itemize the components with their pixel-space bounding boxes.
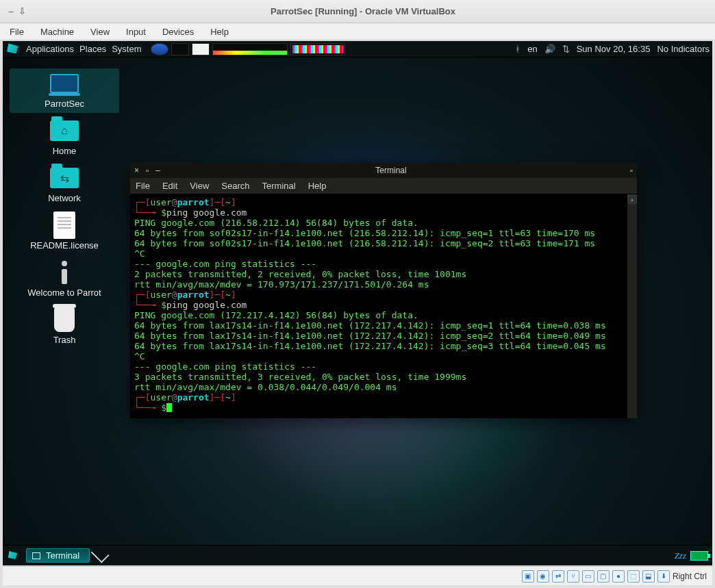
sb-recording-icon[interactable]: ● bbox=[612, 570, 625, 583]
desktop-icon-welcome-to-parrot[interactable]: Welcome to Parrot bbox=[10, 257, 119, 302]
sb-optical-icon[interactable]: ◉ bbox=[537, 570, 549, 583]
no-indicators-label[interactable]: No Indicators bbox=[657, 44, 710, 54]
close-icon[interactable]: × bbox=[134, 166, 139, 175]
browser-icon[interactable] bbox=[151, 43, 168, 55]
panel-menu-places[interactable]: Places bbox=[79, 44, 106, 54]
host-menubar: File Machine View Input Devices Help bbox=[0, 23, 715, 40]
editor-launcher-icon[interactable] bbox=[192, 43, 210, 55]
sleep-indicator[interactable]: Zzz bbox=[675, 550, 686, 561]
taskbar-item-terminal[interactable]: Terminal bbox=[26, 548, 90, 563]
terminal-scrollbar[interactable]: ▴ bbox=[627, 194, 637, 418]
guest-screen: Applications Places System ᚼ en 🔊 ⇅ Sun … bbox=[3, 41, 712, 565]
term-menu-terminal[interactable]: Terminal bbox=[262, 181, 296, 191]
desktop-icon-label: Network bbox=[48, 193, 81, 203]
guest-taskbar: Terminal Zzz bbox=[3, 545, 712, 565]
folder-icon: ⇆ bbox=[49, 166, 79, 190]
laptop-icon bbox=[49, 71, 79, 96]
terminal-launcher-icon[interactable] bbox=[171, 43, 189, 55]
terminal-output[interactable]: ┌─[user@parrot]─[~] └──╼ $ping google.co… bbox=[130, 194, 637, 418]
panel-launchers bbox=[151, 43, 345, 55]
sb-hdd-icon[interactable]: ▣ bbox=[522, 570, 534, 583]
terminal-title: Terminal bbox=[160, 166, 622, 175]
sb-keyboard-icon[interactable]: ⬓ bbox=[642, 570, 655, 583]
desktop-icon-readme-license[interactable]: README.license bbox=[10, 210, 119, 255]
desktop-icon-label: ParrotSec bbox=[45, 99, 84, 109]
desktop-icon-label: Welcome to Parrot bbox=[27, 287, 101, 298]
desktop-icon-network[interactable]: ⇆Network bbox=[10, 163, 119, 207]
panel-right: ᚼ en 🔊 ⇅ Sun Nov 20, 16:35 No Indicators bbox=[515, 44, 710, 54]
sb-shared-icon[interactable]: ▭ bbox=[582, 570, 594, 583]
taskbar-logo-icon[interactable] bbox=[7, 550, 19, 561]
maximize-icon[interactable]: ▫ bbox=[146, 166, 149, 175]
cursor-icon bbox=[91, 544, 110, 563]
folder-icon: ⌂ bbox=[49, 118, 79, 143]
host-key-label: Right Ctrl bbox=[673, 572, 707, 581]
terminal-menubar: File Edit View Search Terminal Help bbox=[130, 178, 637, 194]
desktop-icon-home[interactable]: ⌂Home bbox=[10, 116, 119, 160]
guest-top-panel: Applications Places System ᚼ en 🔊 ⇅ Sun … bbox=[3, 41, 712, 57]
term-menu-file[interactable]: File bbox=[136, 181, 150, 191]
cpu-graph-widget[interactable] bbox=[290, 43, 345, 55]
desktop-icon-label: Trash bbox=[53, 335, 76, 345]
term-menu-search[interactable]: Search bbox=[221, 181, 249, 191]
info-icon bbox=[49, 260, 79, 285]
sb-hostkey-icon[interactable]: ⬇ bbox=[657, 570, 670, 583]
keyboard-lang[interactable]: en bbox=[527, 44, 537, 54]
term-menu-edit[interactable]: Edit bbox=[162, 181, 177, 191]
window-title: ParrotSec [Running] - Oracle VM VirtualB… bbox=[27, 6, 699, 16]
host-menu-view[interactable]: View bbox=[90, 27, 110, 37]
host-menu-input[interactable]: Input bbox=[126, 27, 146, 37]
bluetooth-icon[interactable]: ᚼ bbox=[515, 44, 520, 54]
clock[interactable]: Sun Nov 20, 16:35 bbox=[577, 44, 651, 54]
desktop-icon-label: README.license bbox=[30, 240, 99, 251]
terminal-titlebar[interactable]: × ▫ – Terminal ▫ bbox=[130, 163, 637, 178]
host-menu-file[interactable]: File bbox=[10, 27, 24, 37]
desktop-icons: ParrotSec⌂Home⇆NetworkREADME.licenseWelc… bbox=[10, 68, 119, 349]
taskbar-item-label: Terminal bbox=[46, 550, 79, 561]
host-titlebar: – ⇩ ParrotSec [Running] - Oracle VM Virt… bbox=[0, 0, 715, 23]
sb-usb-icon[interactable]: ⑂ bbox=[567, 570, 579, 583]
trash-icon bbox=[49, 307, 79, 332]
host-menu-devices[interactable]: Devices bbox=[162, 27, 194, 37]
host-menu-machine[interactable]: Machine bbox=[40, 27, 74, 37]
system-monitor-widget[interactable] bbox=[212, 43, 288, 55]
sb-network-icon[interactable]: ⇄ bbox=[552, 570, 564, 583]
term-menu-view[interactable]: View bbox=[190, 181, 209, 191]
sb-mouse-icon[interactable]: ⬚ bbox=[627, 570, 640, 583]
host-statusbar: ▣ ◉ ⇄ ⑂ ▭ ▢ ● ⬚ ⬓ ⬇ Right Ctrl bbox=[3, 566, 712, 585]
minimize-icon[interactable]: – bbox=[155, 166, 160, 175]
pin-icon[interactable]: ⇩ bbox=[16, 6, 27, 16]
network-updown-icon[interactable]: ⇅ bbox=[562, 44, 570, 54]
host-menu-help[interactable]: Help bbox=[210, 27, 229, 37]
sb-display-icon[interactable]: ▢ bbox=[597, 570, 610, 583]
document-icon bbox=[49, 213, 79, 238]
desktop-icon-trash[interactable]: Trash bbox=[10, 305, 119, 349]
panel-menu-applications[interactable]: Applications bbox=[26, 44, 74, 54]
volume-icon[interactable]: 🔊 bbox=[544, 44, 555, 54]
desktop-icon-parrotsec[interactable]: ParrotSec bbox=[10, 68, 119, 113]
restore-icon[interactable]: ▫ bbox=[630, 166, 633, 175]
desktop-icon-label: Home bbox=[53, 146, 77, 156]
panel-menu-system[interactable]: System bbox=[112, 44, 141, 54]
parrot-logo-icon[interactable] bbox=[5, 42, 21, 56]
terminal-window[interactable]: × ▫ – Terminal ▫ File Edit View Search T… bbox=[130, 163, 637, 418]
term-menu-help[interactable]: Help bbox=[308, 181, 327, 191]
minimize-icon[interactable]: – bbox=[5, 6, 16, 16]
battery-icon[interactable] bbox=[690, 551, 708, 561]
terminal-task-icon bbox=[32, 552, 40, 559]
